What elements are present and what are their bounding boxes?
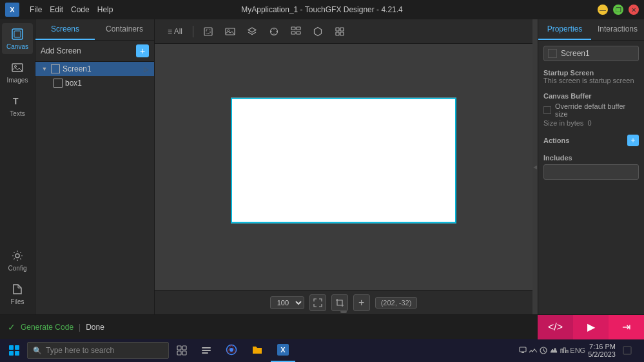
plus-button[interactable]: +	[353, 294, 370, 311]
sidebar-item-files[interactable]: Files	[2, 278, 33, 309]
system-tray-icons: ENG	[518, 346, 585, 355]
tab-containers[interactable]: Containers	[95, 19, 154, 40]
menu-code[interactable]: Code	[71, 5, 90, 14]
tool-pointer[interactable]	[199, 23, 218, 40]
statusbar-separator: |	[79, 323, 81, 332]
task-view-button[interactable]	[170, 339, 193, 362]
images-icon	[10, 61, 24, 75]
notification-button[interactable]	[618, 340, 636, 361]
tree-arrow-screen1[interactable]: ▼	[41, 65, 48, 73]
svg-text:T: T	[13, 96, 19, 106]
menu-file[interactable]: File	[30, 5, 42, 14]
add-screen-button[interactable]: +	[136, 44, 149, 57]
size-row: Size in bytes 0	[543, 119, 639, 127]
tool-hexagon[interactable]	[308, 23, 327, 40]
actions-add-button[interactable]: +	[627, 135, 639, 146]
tool-stack[interactable]	[330, 23, 349, 40]
screen1-label: Screen1	[63, 64, 92, 73]
menu-help[interactable]: Help	[97, 5, 113, 14]
tab-properties[interactable]: Properties	[538, 19, 591, 40]
screen-canvas[interactable]	[231, 98, 456, 224]
override-checkbox[interactable]	[543, 106, 551, 114]
taskbar-search[interactable]: 🔍 Type here to search	[27, 342, 169, 359]
svg-rect-20	[182, 346, 186, 350]
canvas-buffer-section: Canvas Buffer Override default buffer si…	[543, 90, 639, 127]
clock-date: 5/2/2023	[588, 350, 616, 358]
svg-rect-17	[336, 32, 339, 35]
screen1-icon	[51, 64, 60, 73]
right-panel-collapse[interactable]: ◀	[532, 19, 538, 314]
startup-screen-title: Startup Screen	[543, 69, 639, 77]
widgets-button[interactable]	[195, 339, 218, 362]
taskbar-app-chrome[interactable]	[219, 339, 244, 362]
titlebar: X File Edit Code Help MyApplication_1 - …	[0, 0, 644, 19]
screen-checkbox[interactable]	[548, 49, 557, 58]
canvas-resize-handle[interactable]	[340, 310, 347, 313]
sidebar-item-texts[interactable]: T Texts	[2, 90, 33, 121]
sidebar-item-images[interactable]: Images	[2, 57, 33, 88]
svg-rect-21	[177, 351, 181, 355]
windows-logo	[9, 345, 19, 356]
screen-name-value: Screen1	[561, 49, 590, 58]
maximize-button[interactable]: ❐	[613, 5, 623, 15]
tool-all[interactable]: ≡ All	[162, 23, 188, 40]
menu-edit[interactable]: Edit	[50, 5, 63, 14]
sidebar-item-config[interactable]: Config	[2, 245, 33, 276]
tool-image[interactable]	[220, 23, 240, 40]
canvas-icon	[10, 27, 24, 41]
svg-point-27	[229, 348, 233, 352]
app-logo: X	[5, 3, 19, 17]
start-button[interactable]	[3, 339, 26, 362]
tab-interactions[interactable]: Interactions	[591, 19, 644, 40]
screen-name-field[interactable]: Screen1	[543, 46, 639, 61]
svg-rect-18	[340, 32, 344, 35]
tool-widgets[interactable]	[286, 23, 306, 40]
exit-button[interactable]: ⇥	[609, 315, 644, 339]
tree-item-screen1[interactable]: ▼ Screen1 ▷	[35, 62, 154, 76]
clock-time: 7:16 PM	[588, 343, 616, 350]
exit-icon: ⇥	[622, 321, 630, 333]
right-panel-content: Screen1 Startup Screen This screen is st…	[538, 41, 644, 314]
tree-item-box1[interactable]: box1	[35, 76, 154, 90]
window-controls: — ❐ ✕	[598, 5, 639, 15]
config-label: Config	[8, 265, 27, 272]
minimize-button[interactable]: —	[598, 5, 608, 15]
svg-rect-1	[14, 31, 21, 37]
startup-screen-text: This screen is startup screen	[543, 77, 639, 84]
add-screen-row: Add Screen +	[35, 41, 154, 62]
run-icon: ▶	[587, 321, 595, 333]
zoom-select[interactable]: 255075100150200	[270, 296, 304, 309]
toolbar-separator-1	[193, 26, 193, 37]
box1-icon	[54, 79, 63, 88]
search-icon: 🔍	[33, 347, 42, 355]
svg-rect-16	[340, 28, 344, 31]
code-button[interactable]: </>	[538, 315, 573, 339]
statusbar-action-buttons: </> ▶ ⇥	[538, 315, 644, 339]
run-button[interactable]: ▶	[573, 315, 609, 339]
right-panel-tabs: Properties Interactions	[538, 19, 644, 41]
fit-screen-button[interactable]	[309, 294, 326, 311]
crop-button[interactable]	[331, 294, 348, 311]
window-title: MyApplication_1 - TouchGFX Designer - 4.…	[241, 5, 403, 14]
actions-row: Actions +	[543, 135, 639, 146]
left-panel: Screens Containers Add Screen + ▼ Screen…	[35, 19, 155, 314]
generate-code-button[interactable]: Generate Code	[21, 323, 73, 332]
tool-shapes[interactable]	[264, 23, 284, 40]
touchgfx-app-icon: X	[277, 344, 289, 356]
sidebar-item-canvas[interactable]: Canvas	[2, 23, 33, 54]
tool-layers[interactable]	[242, 23, 262, 40]
startup-screen-section: Startup Screen This screen is startup sc…	[543, 66, 639, 84]
titlebar-left: X File Edit Code Help	[5, 3, 113, 17]
taskbar-app-touchgfx[interactable]: X	[271, 339, 295, 362]
tab-screens[interactable]: Screens	[35, 19, 95, 40]
taskbar-app-filemanager[interactable]	[245, 339, 269, 362]
close-button[interactable]: ✕	[629, 5, 639, 15]
svg-rect-31	[623, 347, 631, 354]
includes-box[interactable]	[543, 164, 639, 180]
canvas-content[interactable]	[155, 44, 532, 290]
icon-sidebar: Canvas Images T Texts	[0, 19, 35, 314]
svg-rect-15	[336, 28, 339, 31]
svg-point-3	[15, 66, 17, 68]
svg-point-9	[228, 30, 229, 32]
svg-rect-24	[202, 350, 211, 351]
